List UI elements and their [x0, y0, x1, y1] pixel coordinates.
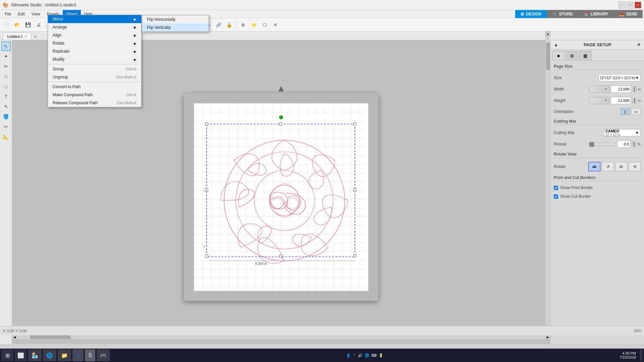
network-icon[interactable]: 🌐: [365, 353, 369, 358]
star-button[interactable]: ⭐: [249, 20, 259, 30]
width-spin-up[interactable]: ▲: [632, 86, 636, 89]
fill-tool[interactable]: 🪣: [1, 112, 11, 121]
battery-icon[interactable]: 🔋: [379, 353, 383, 358]
height-spin-up[interactable]: ▲: [632, 98, 636, 101]
menu-replicate-item[interactable]: Replicate ▶: [48, 47, 141, 55]
flip-horizontally-item[interactable]: Flip Horizontally: [142, 15, 209, 23]
nav-library-button[interactable]: 📚 LIBRARY: [578, 10, 614, 18]
width-input[interactable]: [611, 85, 631, 93]
minimize-button[interactable]: −: [619, 2, 625, 8]
node-tool[interactable]: ✦: [1, 52, 11, 61]
reveal-spin-down[interactable]: ▼: [632, 144, 636, 147]
shape-button[interactable]: ⬡: [260, 20, 270, 30]
vertical-scroll-thumb[interactable]: [546, 43, 550, 70]
ps-tab-grid[interactable]: ⊞: [566, 51, 578, 60]
menu-view[interactable]: View: [28, 10, 44, 18]
ps-tab-page[interactable]: ■: [552, 51, 565, 60]
mirror-submenu[interactable]: Flip Horizontally Flip Vertically: [142, 15, 209, 32]
close-panel-icon[interactable]: ✕: [637, 42, 641, 47]
person-icon[interactable]: 👤: [346, 353, 351, 358]
crop-tool[interactable]: ✂: [1, 122, 11, 131]
menu-group-item[interactable]: Group Ctrl+G: [48, 65, 141, 73]
taskbar-clock[interactable]: 4:30 PM 7/23/2018: [620, 351, 639, 359]
scroll-left-button[interactable]: ◀: [12, 335, 17, 340]
design-paper[interactable]: ↕ ↙ ↕ 9.250 in: [194, 103, 368, 291]
portrait-button[interactable]: ▯: [621, 108, 630, 115]
menu-file[interactable]: File: [1, 10, 14, 18]
draw-tool[interactable]: ✏: [1, 62, 11, 71]
width-spin-down[interactable]: ▼: [632, 89, 636, 92]
taskview-button[interactable]: ⬜: [15, 349, 27, 361]
taskbar-explorer-app[interactable]: 📁: [58, 349, 71, 361]
height-spin-down[interactable]: ▼: [632, 101, 636, 104]
maximize-button[interactable]: □: [627, 2, 633, 8]
close-panel-button[interactable]: ✕: [270, 20, 280, 30]
new-button[interactable]: 📄: [1, 20, 11, 30]
reveal-spin-up[interactable]: ▲: [632, 141, 636, 144]
menu-ungroup-item[interactable]: Ungroup Ctrl+Shift+G: [48, 73, 141, 81]
up-chevron-icon[interactable]: ▲: [554, 42, 558, 47]
text-tool[interactable]: T: [1, 92, 11, 101]
unlink-button[interactable]: 🔓: [224, 20, 234, 30]
landscape-button[interactable]: ▭: [631, 108, 641, 115]
menu-edit[interactable]: Edit: [14, 10, 28, 18]
scroll-up-button[interactable]: ▲: [546, 32, 550, 36]
pencil-tool[interactable]: ✎: [1, 102, 11, 111]
menu-arrange-item[interactable]: Arrange ▶: [48, 23, 141, 31]
tab-close-button[interactable]: ×: [25, 35, 27, 38]
reveal-input[interactable]: [617, 140, 631, 148]
height-input[interactable]: [611, 97, 631, 104]
menu-align-item[interactable]: Align ▶: [48, 31, 141, 39]
horizontal-scroll-thumb[interactable]: [30, 336, 70, 339]
link-button[interactable]: 🔗: [214, 20, 224, 30]
taskbar-other-app[interactable]: 🎮: [97, 349, 110, 361]
nav-design-button[interactable]: ⊞ DESIGN: [515, 10, 547, 18]
menu-convert-to-path-item[interactable]: Convert to Path: [48, 83, 141, 91]
print-button[interactable]: 🖨: [34, 20, 44, 30]
measure-tool[interactable]: 📐: [1, 132, 11, 141]
tab-add-button[interactable]: +: [31, 33, 39, 40]
taskbar-word-app[interactable]: W: [72, 349, 84, 361]
show-print-border-label[interactable]: Show Print Border: [560, 185, 593, 190]
menu-modify-item[interactable]: Modify ▶: [48, 55, 141, 63]
rotate-270-button[interactable]: ⟲: [629, 162, 641, 171]
eraser-tool[interactable]: ⬡: [1, 72, 11, 81]
ps-tab-other[interactable]: ▦: [579, 51, 591, 60]
reveal-slider[interactable]: [589, 143, 616, 145]
rotate-180-button[interactable]: qb: [615, 162, 627, 171]
close-button[interactable]: ×: [635, 2, 641, 8]
taskbar-store-app[interactable]: 🏪: [28, 349, 42, 361]
menu-rotate-item[interactable]: Rotate ▶: [48, 39, 141, 47]
show-cut-border-checkbox[interactable]: [554, 194, 558, 199]
rectangle-tool[interactable]: □: [1, 82, 11, 91]
size-dropdown[interactable]: 12"×12" (12.0 × 12.0 in) ▼: [598, 74, 641, 81]
taskbar-silhouette-app[interactable]: S: [85, 349, 95, 361]
rotate-0-button[interactable]: ab: [588, 162, 600, 171]
keyboard-icon[interactable]: ⌨: [371, 353, 377, 358]
vertical-scrollbar[interactable]: ▲ ▼: [545, 32, 550, 335]
flip-vertically-item[interactable]: Flip Vertically: [142, 23, 209, 32]
layer-button[interactable]: ⊕: [238, 20, 248, 30]
rotate-90-button[interactable]: ↺: [602, 162, 614, 171]
start-button[interactable]: ⊞: [1, 349, 13, 361]
tab-untitled1[interactable]: Untitled-1 ×: [3, 33, 31, 40]
cutting-mat-dropdown[interactable]: CAMEO 12 × 12 in ▼: [604, 129, 641, 136]
menu-make-compound-item[interactable]: Make Compound Path Ctrl+E: [48, 91, 141, 99]
nav-store-button[interactable]: 🛒 STORE: [547, 10, 578, 18]
open-button[interactable]: 📂: [12, 20, 22, 30]
menu-mirror-item[interactable]: Mirror ▶ Flip Horizontally Flip Vertical…: [48, 15, 141, 23]
horizontal-scrollbar[interactable]: ◀ ▶: [12, 335, 550, 339]
taskbar-edge-app[interactable]: 🌐: [43, 349, 56, 361]
show-print-border-checkbox[interactable]: [554, 186, 558, 190]
chevron-up-icon[interactable]: ⌃: [353, 353, 356, 358]
menu-release-compound-item[interactable]: Release Compound Path Ctrl+Shift+E: [48, 99, 141, 107]
show-desktop-button[interactable]: [640, 349, 643, 361]
select-tool[interactable]: ↖: [1, 42, 11, 51]
volume-icon[interactable]: 🔊: [358, 353, 363, 358]
save-button[interactable]: 💾: [23, 20, 33, 30]
nav-send-button[interactable]: 📤 SEND: [614, 10, 643, 18]
reveal-slider-thumb[interactable]: [589, 142, 594, 147]
scroll-right-button[interactable]: ▶: [545, 335, 550, 340]
show-cut-border-label[interactable]: Show Cut Border: [560, 194, 591, 199]
object-dropdown-menu[interactable]: Mirror ▶ Flip Horizontally Flip Vertical…: [48, 15, 142, 107]
